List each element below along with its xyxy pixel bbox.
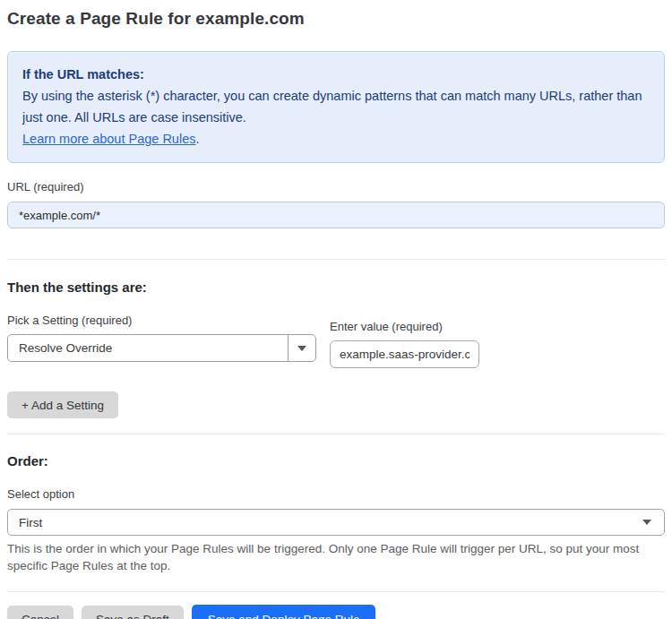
- info-box-body: By using the asterisk (*) character, you…: [22, 85, 650, 128]
- setting-dropdown[interactable]: Resolve Override: [7, 334, 316, 362]
- order-select-value: First: [19, 516, 42, 529]
- save-as-draft-button[interactable]: Save as Draft: [82, 606, 184, 619]
- order-section-heading: Order:: [7, 453, 665, 469]
- setting-row: Pick a Setting (required) Resolve Overri…: [7, 314, 665, 368]
- order-help-text: This is the order in which your Page Rul…: [7, 540, 652, 574]
- pick-setting-label: Pick a Setting (required): [7, 314, 316, 327]
- chevron-down-icon: [297, 346, 306, 351]
- footer-divider: [7, 591, 665, 592]
- chevron-down-icon: [642, 520, 651, 525]
- setting-dropdown-value: Resolve Override: [8, 335, 288, 361]
- section-divider: [7, 434, 665, 434]
- save-and-deploy-button[interactable]: Save and Deploy Page Rule: [192, 605, 376, 619]
- cancel-button[interactable]: Cancel: [7, 606, 73, 619]
- url-field-label: URL (required): [7, 180, 665, 193]
- order-select[interactable]: First: [7, 509, 665, 536]
- url-match-info-box: If the URL matches: By using the asteris…: [7, 51, 665, 163]
- info-box-heading: If the URL matches:: [22, 64, 650, 85]
- info-link-line: Learn more about Page Rules.: [22, 128, 650, 150]
- enter-value-column: Enter value (required): [330, 320, 479, 368]
- pick-setting-column: Pick a Setting (required) Resolve Overri…: [7, 314, 316, 362]
- create-page-rule-form: Create a Page Rule for example.com If th…: [0, 0, 672, 619]
- order-select-label: Select option: [7, 487, 665, 501]
- url-input[interactable]: [7, 202, 665, 228]
- add-setting-button[interactable]: + Add a Setting: [7, 391, 118, 418]
- learn-more-page-rules-link[interactable]: Learn more about Page Rules: [22, 132, 195, 146]
- settings-section-heading: Then the settings are:: [7, 279, 665, 295]
- info-link-period: .: [195, 132, 199, 146]
- section-divider: [7, 259, 665, 260]
- page-title: Create a Page Rule for example.com: [7, 9, 665, 29]
- setting-dropdown-arrow-button[interactable]: [288, 335, 315, 361]
- setting-value-input[interactable]: [330, 340, 479, 368]
- enter-value-label: Enter value (required): [330, 320, 479, 333]
- form-actions: Cancel Save as Draft Save and Deploy Pag…: [7, 605, 665, 619]
